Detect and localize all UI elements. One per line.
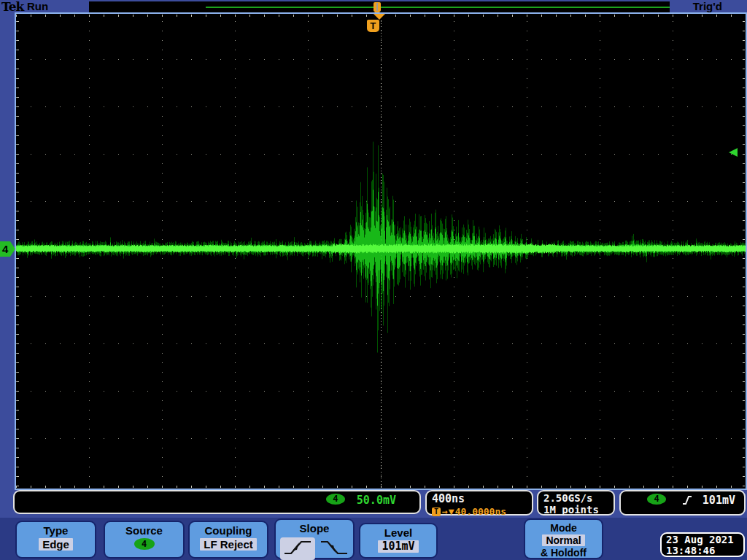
trigger-delay-row: T → ▼ 40.0000ns — [432, 506, 532, 517]
datetime-box: 23 Aug 2021 13:48:46 — [660, 532, 745, 557]
menu-button-type[interactable]: Type Edge — [15, 521, 96, 559]
trigger-t-icon[interactable]: T — [367, 20, 379, 32]
channel4-scale-readout[interactable]: 4 50.0mV — [13, 490, 421, 514]
acquisition-status: Run — [27, 0, 48, 12]
timebase-value: 400ns — [432, 492, 532, 505]
trigger-readout[interactable]: 4 101mV — [619, 490, 746, 516]
trigger-source-badge: 4 — [647, 494, 666, 505]
graticule-canvas — [16, 14, 746, 489]
menu-button-slope[interactable]: Slope — [274, 518, 355, 559]
time-value: 13:48:46 — [666, 545, 743, 556]
menu-button-level[interactable]: Level 101mV — [359, 523, 438, 559]
source-channel-badge: 4 — [134, 538, 155, 550]
mode-value: Normal — [542, 534, 584, 546]
record-waveform-line — [206, 7, 670, 8]
source-label: Source — [125, 524, 163, 537]
expansion-point-icon[interactable] — [374, 2, 381, 12]
slope-label: Slope — [300, 522, 330, 534]
top-status-bar: Tek Run Trig'd — [0, 0, 747, 12]
trigger-delay-value: 40.0000ns — [455, 506, 506, 517]
mode-value2: & Holdoff — [541, 547, 587, 559]
arrow-right-icon: → — [442, 506, 448, 517]
level-label: Level — [384, 526, 412, 539]
channel4-position-marker[interactable]: 4 — [0, 241, 15, 257]
date-value: 23 Aug 2021 — [666, 534, 743, 545]
horizontal-readout[interactable]: 400ns T → ▼ 40.0000ns — [425, 490, 533, 516]
sample-rate-value: 2.50GS/s — [543, 492, 614, 504]
trigger-status: Trig'd — [693, 0, 722, 12]
record-length-value: 1M points — [543, 504, 614, 516]
menu-button-source[interactable]: Source 4 — [104, 521, 185, 559]
level-value: 101mV — [378, 540, 418, 553]
type-value: Edge — [39, 538, 73, 551]
channel4-scale-value: 50.0mV — [357, 494, 396, 507]
coupling-label: Coupling — [205, 524, 252, 537]
menu-button-mode[interactable]: Mode Normal & Holdoff — [524, 518, 603, 559]
cursor-down-icon: ▼ — [449, 506, 454, 517]
trigger-t-mini-icon: T — [432, 508, 441, 516]
menu-button-coupling[interactable]: Coupling LF Reject — [188, 521, 268, 559]
mode-label: Mode — [550, 522, 577, 534]
rising-edge-icon[interactable] — [280, 537, 315, 560]
acquisition-readout[interactable]: 2.50GS/s 1M points — [537, 490, 615, 516]
channel4-badge: 4 — [326, 494, 345, 505]
coupling-value: LF Reject — [200, 538, 257, 551]
trigger-level-arrow-icon[interactable] — [729, 148, 738, 157]
trigger-level-value: 101mV — [703, 494, 735, 507]
rising-slope-icon — [682, 494, 692, 509]
record-view-strip[interactable] — [89, 1, 670, 12]
trigger-position-arrow-icon[interactable] — [374, 14, 385, 20]
falling-edge-icon[interactable] — [320, 538, 349, 559]
type-label: Type — [44, 524, 69, 537]
